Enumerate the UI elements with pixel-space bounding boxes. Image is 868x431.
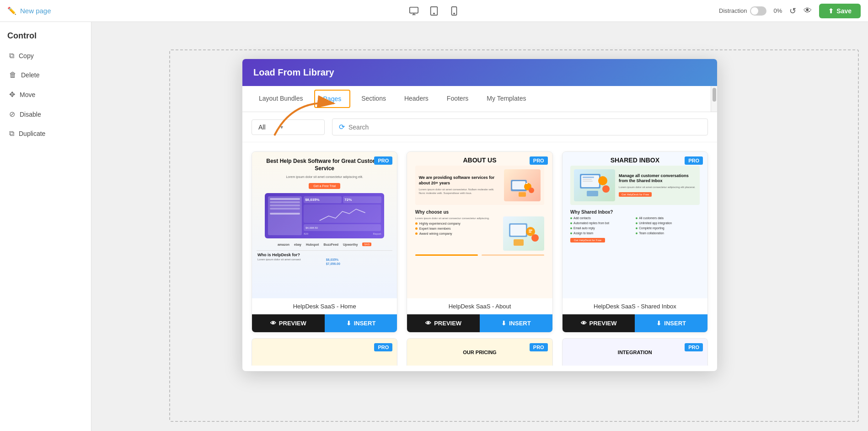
svg-rect-12 — [510, 225, 526, 236]
new-page-link[interactable]: New page — [20, 7, 51, 15]
device-switcher — [407, 5, 461, 17]
card-preview-helpdesk-home: PRO Best Help Desk Software for Great Cu… — [252, 152, 397, 298]
pro-badge-partial-3: PRO — [685, 343, 703, 351]
preview-button-helpdesk-about[interactable]: 👁 PREVIEW — [407, 314, 480, 332]
card-hero-title: Best Help Desk Software for Great Custom… — [257, 157, 392, 172]
svg-point-9 — [529, 188, 534, 193]
card-actions-helpdesk-about: 👁 PREVIEW ⬇ INSERT — [407, 314, 552, 332]
zoom-percent: 0% — [774, 7, 782, 14]
svg-point-23 — [598, 176, 607, 185]
control-heading: Control — [7, 31, 84, 41]
preview-button-helpdesk-home[interactable]: 👁 PREVIEW — [252, 314, 325, 332]
copy-icon: ⧉ — [9, 52, 14, 60]
svg-rect-14 — [529, 230, 532, 231]
modal-header: Load From Library — [242, 59, 717, 86]
history-icon[interactable]: ↺ — [789, 6, 796, 16]
desktop-device-button[interactable] — [407, 5, 420, 17]
card-footer-helpdesk-home: HelpDesk SaaS - Home — [252, 298, 397, 314]
search-input[interactable] — [348, 124, 701, 131]
partial-card-2-title: OUR PRICING — [463, 350, 496, 355]
trash-icon: 🗑 — [9, 71, 16, 79]
card-preview-helpdesk-about: PRO ABOUT US We are providing software s… — [407, 152, 552, 298]
modal-title: Load From Library — [253, 67, 334, 77]
svg-rect-22 — [583, 181, 593, 182]
preview-button-helpdesk-inbox[interactable]: 👁 PREVIEW — [563, 314, 635, 332]
card-preview-helpdesk-inbox: PRO SHARED INBOX — [563, 152, 707, 298]
svg-point-24 — [602, 185, 610, 193]
svg-point-2 — [434, 13, 434, 14]
svg-rect-20 — [583, 177, 594, 178]
category-filter-dropdown[interactable]: All ▾ — [252, 119, 325, 135]
insert-button-helpdesk-about[interactable]: ⬇ INSERT — [480, 314, 552, 332]
search-area: ⟳ — [332, 119, 708, 135]
topbar-right: Distraction 0% ↺ 👁 ⬆ Save — [719, 4, 861, 18]
card-actions-helpdesk-home: 👁 PREVIEW ⬇ INSERT — [252, 314, 397, 332]
insert-download-icon: ⬇ — [501, 320, 506, 327]
card-footer-helpdesk-about: HelpDesk SaaS - About — [407, 298, 552, 314]
topbar: ✏️ New page Distraction 0% ↺ 👁 ⬆ Save — [0, 0, 868, 22]
sidebar-item-delete[interactable]: 🗑 Delete — [7, 67, 84, 83]
save-upload-icon: ⬆ — [828, 7, 834, 15]
edit-pencil-icon: ✏️ — [7, 6, 16, 15]
pro-badge-inbox: PRO — [685, 156, 703, 165]
card-logos: amazon ebay Hubspot BuzzFeed Upworthy SA… — [278, 242, 371, 246]
insert-button-helpdesk-home[interactable]: ⬇ INSERT — [325, 314, 397, 332]
card-footer-helpdesk-inbox: HelpDesk SaaS - Shared Inbox — [563, 298, 707, 314]
preview-eye-icon: 👁 — [581, 320, 587, 327]
insert-download-icon: ⬇ — [346, 320, 351, 327]
svg-rect-0 — [410, 7, 418, 13]
sidebar-item-copy[interactable]: ⧉ Copy — [7, 48, 84, 64]
main-area: Control ⧉ Copy 🗑 Delete ✥ Move ⊘ Disable… — [0, 22, 868, 431]
chevron-down-icon: ▾ — [280, 124, 283, 130]
tab-my-templates[interactable]: My Templates — [477, 88, 535, 109]
pro-badge: PRO — [374, 156, 392, 165]
distraction-mode: Distraction — [719, 6, 766, 16]
svg-rect-17 — [514, 239, 524, 246]
insert-button-helpdesk-inbox[interactable]: ⬇ INSERT — [635, 314, 707, 332]
svg-rect-8 — [526, 183, 528, 184]
svg-point-16 — [531, 234, 539, 242]
tablet-device-button[interactable] — [428, 5, 440, 17]
svg-rect-25 — [587, 191, 598, 196]
pro-badge-partial-1: PRO — [374, 343, 392, 351]
partial-card-1: PRO — [252, 338, 397, 366]
tab-footers[interactable]: Footers — [438, 88, 477, 109]
partial-card-3-title: INTEGRATION — [618, 350, 652, 355]
cards-grid: PRO Best Help Desk Software for Great Cu… — [242, 142, 717, 338]
preview-eye-icon[interactable]: 👁 — [804, 6, 812, 16]
sidebar-item-disable[interactable]: ⊘ Disable — [7, 106, 84, 122]
partial-cards-grid: PRO PRO OUR PRICING PRO INTEGRATION — [242, 338, 717, 371]
pro-badge-about: PRO — [530, 156, 548, 165]
disable-icon: ⊘ — [9, 110, 15, 119]
partial-card-2: PRO OUR PRICING — [407, 338, 552, 366]
inbox-title: SHARED INBOX — [611, 156, 659, 164]
load-from-library-modal: Load From Library Layout Bundles Pages S… — [242, 59, 718, 372]
modal-tabs: Layout Bundles Pages Sections Headers Fo… — [242, 86, 717, 112]
save-button[interactable]: ⬆ Save — [819, 4, 861, 18]
card-cta-btn: Get a Free Trial — [309, 183, 340, 189]
modal-scrollbar[interactable] — [711, 86, 717, 112]
modal-filters: All ▾ ⟳ — [242, 112, 717, 142]
card-helpdesk-home: PRO Best Help Desk Software for Great Cu… — [252, 151, 397, 333]
svg-rect-6 — [512, 181, 525, 189]
sidebar-item-duplicate[interactable]: ⧉ Duplicate — [7, 126, 84, 141]
distraction-toggle[interactable] — [750, 6, 766, 16]
card-hero-desc: Lorem ipsum dolor sit amet consectetur a… — [286, 175, 363, 179]
distraction-label: Distraction — [719, 7, 747, 14]
scrollbar-thumb — [713, 88, 716, 102]
tab-pages[interactable]: Pages — [314, 90, 351, 108]
tab-headers[interactable]: Headers — [395, 88, 438, 109]
svg-point-4 — [454, 13, 455, 14]
tab-layout-bundles[interactable]: Layout Bundles — [250, 88, 312, 109]
canvas-area: Load From Library Layout Bundles Pages S… — [91, 22, 868, 431]
insert-download-icon: ⬇ — [656, 320, 661, 327]
card-helpdesk-about: PRO ABOUT US We are providing software s… — [407, 151, 552, 333]
refresh-icon[interactable]: ⟳ — [339, 123, 345, 131]
sidebar-item-move[interactable]: ✥ Move — [7, 86, 84, 102]
toggle-knob — [751, 7, 758, 15]
mobile-device-button[interactable] — [448, 5, 461, 17]
card-helpdesk-inbox: PRO SHARED INBOX — [562, 151, 708, 333]
move-icon: ✥ — [9, 90, 15, 99]
tab-sections[interactable]: Sections — [352, 88, 395, 109]
about-title: ABOUT US — [463, 156, 496, 164]
